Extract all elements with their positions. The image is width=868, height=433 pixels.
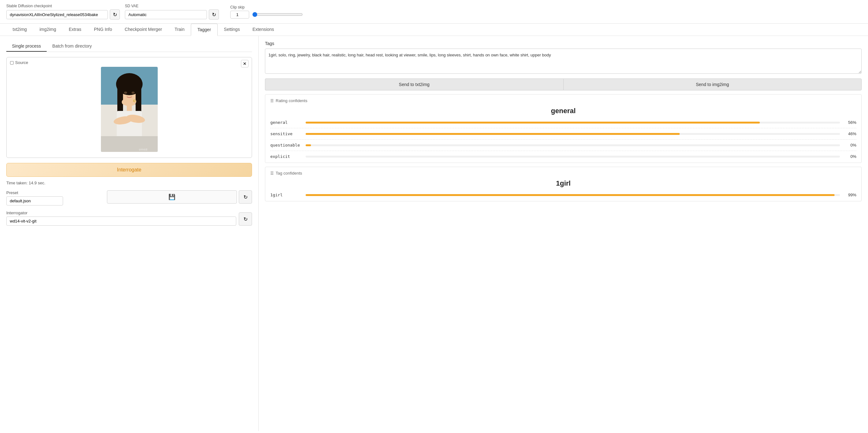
interrogator-refresh-button[interactable]: ↻ [239,212,252,226]
bar-label-questionable: questionable [270,143,302,147]
clip-skip-input[interactable] [230,11,249,19]
clip-skip-slider[interactable] [252,12,303,17]
tab-tagger[interactable]: Tagger [191,24,218,36]
send-txt2img-button[interactable]: Send to txt2img [265,78,563,91]
interrogator-dropdown[interactable]: wd14-vit-v2-git [6,216,236,226]
checkpoint-label: Stable Diffusion checkpoint [6,4,120,8]
bar-value-sensitive: 46% [844,131,856,136]
bar-value-1girl: 99% [844,193,856,197]
main-content: Single process Batch from directory ▢ So… [0,36,868,431]
subtab-batch[interactable]: Batch from directory [47,41,97,52]
preset-label: Preset [6,190,103,195]
tag-icon: ☰ [270,171,274,175]
uploaded-image: @韩相爱 [101,67,158,152]
watermark-text: @韩相爱 [139,148,148,151]
preset-input-wrap: default.json [6,196,103,205]
bar-row-questionable: questionable 0% [270,143,856,151]
bar-track-sensitive [306,133,840,135]
vae-dropdown[interactable]: Automatic [125,10,207,19]
bar-label-explicit: explicit [270,154,302,159]
bar-row-general: general 56% [270,120,856,128]
tab-train[interactable]: Train [168,24,191,36]
bar-value-explicit: 0% [844,154,856,159]
image-upload-area[interactable]: ▢ Source ✕ [6,57,252,158]
clip-skip-row [230,11,303,19]
app-header: Stable Diffusion checkpoint dynavisionXL… [0,0,868,24]
bar-row-sensitive: sensitive 46% [270,131,856,140]
tag-confidents-section: ☰ Tag confidents 1girl 1girl 99% [265,167,862,201]
bar-row-explicit: explicit 0% [270,154,856,159]
rating-confidents-section: ☰ Rating confidents general general 56% … [265,94,862,163]
bar-value-general: 56% [844,120,856,125]
bar-fill-questionable [306,144,311,146]
interrogator-label: Interrogator [6,210,236,215]
subtabs: Single process Batch from directory [6,41,252,52]
bar-track-explicit [306,156,840,158]
right-panel: Tags 1girl, solo, ring, jewelry, black h… [259,36,868,431]
preset-save-area: 💾 ↻ [107,190,252,204]
save-icon-area[interactable]: 💾 [107,190,237,204]
image-icon: ▢ [10,60,14,65]
source-text: Source [15,60,28,65]
svg-point-7 [124,92,127,94]
bar-fill-sensitive [306,133,680,135]
checkpoint-refresh-button[interactable]: ↻ [110,9,120,20]
preset-refresh-button[interactable]: ↻ [239,190,252,204]
bar-label-general: general [270,120,302,125]
tab-extras[interactable]: Extras [62,24,88,36]
interrogate-button[interactable]: Interrogate [6,163,252,177]
tag-big-label: 1girl [270,179,856,188]
bar-value-questionable: 0% [844,143,856,147]
checkpoint-dropdown[interactable]: dynavisionXLAllInOneStylized_release0534… [6,10,108,19]
preset-dropdown[interactable]: default.json [6,196,63,205]
tag-confidents-header: ☰ Tag confidents [270,171,856,175]
rating-header-text: Rating confidents [276,98,307,103]
tab-png-info[interactable]: PNG Info [88,24,119,36]
image-svg: @韩相爱 [101,67,158,152]
bar-fill-1girl [306,194,835,196]
bar-label-1girl: 1girl [270,193,302,197]
svg-point-6 [116,75,143,93]
bar-track-general [306,122,840,124]
tags-label: Tags [265,41,862,46]
image-close-button[interactable]: ✕ [241,60,249,67]
time-taken-text: Time taken: 14.9 sec. [6,180,252,185]
vae-wrap: Automatic ↻ [125,9,219,20]
bar-label-sensitive: sensitive [270,131,302,136]
interrogator-wrap: Interrogator wd14-vit-v2-git [6,210,236,226]
left-panel: Single process Batch from directory ▢ So… [0,36,259,431]
tab-checkpoint-merger[interactable]: Checkpoint Merger [118,24,168,36]
preset-col: Preset default.json [6,190,103,205]
source-label: ▢ Source [10,60,28,65]
preset-row: Preset default.json 💾 ↻ [6,190,252,205]
clip-skip-slider-wrap [252,12,303,17]
send-img2img-button[interactable]: Send to img2img [563,78,862,91]
tab-txt2img[interactable]: txt2img [6,24,33,36]
rating-confidents-header: ☰ Rating confidents [270,98,856,103]
vae-section: SD VAE Automatic ↻ [125,4,219,20]
clip-skip-section: Clip skip [230,5,303,19]
nav-tabs: txt2img img2img Extras PNG Info Checkpoi… [0,24,868,36]
tag-header-text: Tag confidents [276,171,302,175]
tab-settings[interactable]: Settings [218,24,246,36]
interrogator-row: Interrogator wd14-vit-v2-git ↻ [6,210,252,226]
bar-fill-general [306,122,760,124]
send-buttons: Send to txt2img Send to img2img [265,78,862,91]
svg-point-8 [131,92,135,94]
checkpoint-section: Stable Diffusion checkpoint dynavisionXL… [6,4,120,20]
bar-track-questionable [306,144,840,146]
save-icon: 💾 [168,194,175,200]
tags-textarea[interactable]: 1girl, solo, ring, jewelry, black hair, … [265,48,862,74]
subtab-single[interactable]: Single process [6,41,47,52]
tab-img2img[interactable]: img2img [33,24,62,36]
rating-icon: ☰ [270,99,274,103]
bar-track-1girl [306,194,840,196]
checkpoint-wrap: dynavisionXLAllInOneStylized_release0534… [6,9,120,20]
tab-extensions[interactable]: Extensions [246,24,280,36]
bar-row-1girl: 1girl 99% [270,193,856,197]
clip-skip-label: Clip skip [230,5,303,9]
vae-refresh-button[interactable]: ↻ [209,9,219,20]
rating-big-label: general [270,107,856,115]
svg-point-13 [122,99,129,105]
vae-label: SD VAE [125,4,219,8]
